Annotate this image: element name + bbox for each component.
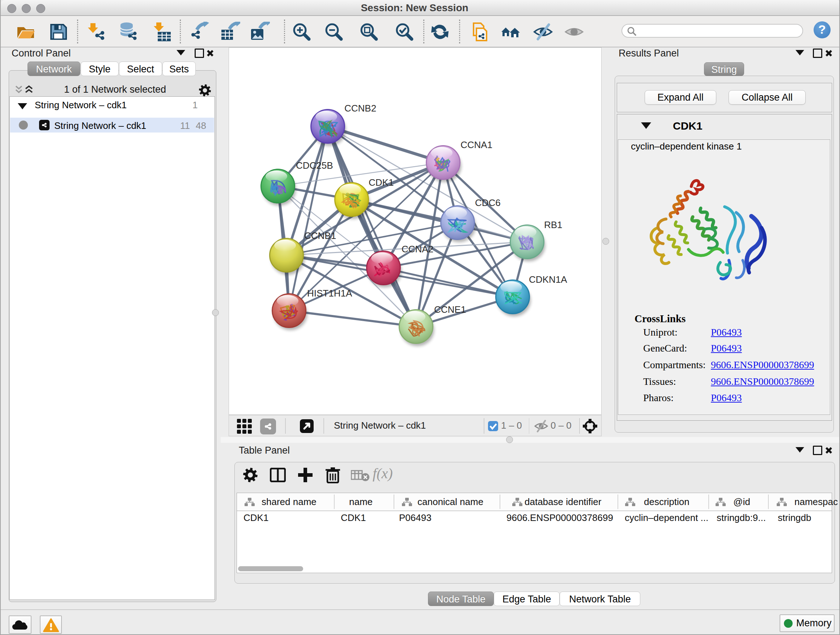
svg-text:CCNB1: CCNB1 [304,230,336,241]
svg-text:RB1: RB1 [544,219,562,230]
svg-text:CCNA1: CCNA1 [461,139,493,150]
svg-text:HIST1H1A: HIST1H1A [307,288,352,299]
svg-text:CCNE1: CCNE1 [434,304,466,315]
svg-text:CDKN1A: CDKN1A [529,274,567,285]
svg-text:CCNA2: CCNA2 [401,244,433,255]
svg-text:CDC25B: CDC25B [296,160,333,171]
svg-text:CDC6: CDC6 [475,197,501,208]
svg-text:CCNB2: CCNB2 [344,103,376,114]
svg-text:CDK1: CDK1 [369,177,393,188]
